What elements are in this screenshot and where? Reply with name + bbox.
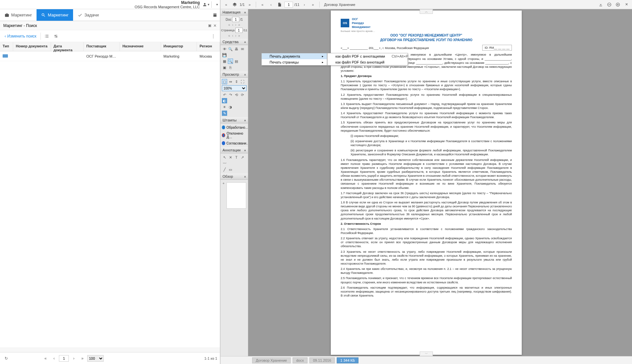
new-window-button[interactable] <box>210 9 220 21</box>
col-supplier[interactable]: Поставщик <box>84 42 120 51</box>
flip-v[interactable]: ⟳ <box>240 92 245 97</box>
nav-page-input[interactable] <box>235 28 243 33</box>
stamp-approved[interactable]: 👤 Согласовани… <box>222 141 247 146</box>
annot-rect[interactable]: ▭ <box>228 167 233 172</box>
nav-p-first[interactable]: « <box>228 34 231 38</box>
annot-pointer[interactable]: ↖ <box>222 155 227 160</box>
perpage-select[interactable]: 100 <box>87 355 104 362</box>
add-thumb-button[interactable]: ＋ <box>222 181 225 186</box>
download-button[interactable] <box>597 1 604 8</box>
annot-section-header[interactable]: Аннотации▲ <box>221 147 248 153</box>
col-purpose[interactable]: Назначение <box>120 42 161 51</box>
zoom-select[interactable]: 100% <box>222 85 247 91</box>
nav-first[interactable]: « <box>228 23 231 27</box>
menu-pdf-with-annot[interactable]: как файл PDF с аннотациями Ctrl+Alt+P <box>328 53 408 59</box>
maximize-button[interactable]: ▣ <box>208 23 211 28</box>
edit-search-button[interactable]: ‹ Изменить поиск <box>2 33 39 40</box>
prev-page-button[interactable]: ‹ <box>50 355 58 362</box>
close-button[interactable]: ✕ <box>213 23 217 28</box>
col-initiator[interactable]: Инициатор <box>161 42 197 51</box>
col-doc-num[interactable]: Номер документа <box>13 42 51 51</box>
sort-button[interactable] <box>51 32 61 41</box>
rotate-right[interactable]: ↷ <box>228 92 233 97</box>
view-single[interactable]: ▢ <box>222 79 227 84</box>
view-fit-w[interactable]: ⇔ <box>228 79 233 84</box>
tab-marketing-search[interactable]: Маркетинг <box>37 9 73 21</box>
next-doc-button[interactable]: » <box>246 1 253 8</box>
tool-show-annot[interactable]: 👁 <box>222 46 227 52</box>
nav-p-prev[interactable]: ‹ <box>231 34 234 38</box>
nav-prev[interactable]: ‹ <box>231 23 234 27</box>
nav-doc-input[interactable] <box>232 17 239 22</box>
annot-pen[interactable]: 〰 <box>222 161 227 166</box>
first-page-btn[interactable]: « <box>259 1 266 8</box>
expand-bottom-button[interactable]: ﹀ <box>420 351 433 356</box>
menu-print-doc[interactable]: Печать документа ▸ <box>262 53 327 59</box>
table-row[interactable]: ОСГ Рекордз Менедж… Marketing Москва <box>0 51 220 61</box>
next-page-button[interactable]: › <box>70 355 77 362</box>
edit-tool[interactable]: ✎ <box>222 111 227 116</box>
contrast[interactable]: ◑ <box>228 104 233 110</box>
tool-zoom[interactable]: 🔍 <box>228 46 233 52</box>
viewer-body: Навигация▲ Doc /1 « ‹ › » Страница /11 <box>221 9 632 356</box>
flip-h[interactable]: ⟲ <box>234 92 239 97</box>
invert[interactable]: ◐ <box>222 98 227 103</box>
first-page-button[interactable]: « <box>42 355 49 362</box>
last-page-button[interactable]: » <box>79 355 86 362</box>
tool-search[interactable]: 🔍 <box>228 59 233 64</box>
nav-next[interactable]: › <box>235 23 237 27</box>
annot-arrow[interactable]: ╱ <box>222 167 227 172</box>
view-fullpage[interactable]: ⛶ <box>240 79 245 84</box>
tool-copy[interactable]: ⎘ <box>228 65 233 70</box>
annot-text[interactable]: T <box>234 155 239 160</box>
last-page-btn[interactable]: » <box>309 1 317 8</box>
nav-p-last[interactable]: » <box>238 34 241 38</box>
user-menu[interactable]: ▾ <box>202 2 209 7</box>
menu-print-page[interactable]: Печать страницы ▸ <box>262 59 327 65</box>
page-input[interactable] <box>59 355 69 362</box>
refresh-button[interactable]: ↻ <box>3 355 10 362</box>
brightness[interactable]: ☀ <box>222 104 227 110</box>
stamp-processed[interactable]: 👤 Обработано… <box>222 125 247 130</box>
tab-tasks[interactable]: Задачи <box>73 9 103 21</box>
stamps-section-header[interactable]: Штампы▲ <box>221 117 248 123</box>
rotate-left[interactable]: ↶ <box>222 92 227 97</box>
nav-p-next[interactable]: › <box>235 34 237 38</box>
expand-top-button[interactable]: ︿ <box>420 9 433 14</box>
annot-delete[interactable]: ✕ <box>228 155 233 160</box>
menu-pdf-without-annot[interactable]: как файл PDF без аннотаций <box>328 59 408 65</box>
next-page-btn[interactable]: › <box>301 1 308 8</box>
prev-doc-button[interactable]: « <box>223 1 230 8</box>
stamp-red-icon: 👤 <box>222 133 225 137</box>
page-icon-btn[interactable] <box>276 1 283 8</box>
tab-marketing-home[interactable]: Маркетинг <box>0 9 37 21</box>
more-button[interactable]: ⋮ <box>209 32 218 41</box>
app-menu[interactable]: ▾ <box>216 3 218 6</box>
tool-menu[interactable]: ▤ <box>234 59 239 64</box>
tool-grid[interactable]: ▦ <box>222 59 227 64</box>
zoom-in-button[interactable] <box>614 1 621 8</box>
view-section-header[interactable]: Просмотр▲ <box>221 71 248 78</box>
tools-section-header[interactable]: Средства▲ <box>221 39 248 45</box>
viewer-page-input[interactable] <box>284 2 293 8</box>
list-view-button[interactable] <box>42 32 51 41</box>
col-type[interactable]: Тип <box>0 42 13 51</box>
prev-page-btn[interactable]: ‹ <box>267 1 275 8</box>
view-fit-h[interactable]: ⇕ <box>234 79 239 84</box>
layers-button[interactable] <box>231 1 238 8</box>
col-region[interactable]: Регион <box>197 42 220 51</box>
zoom-out-button[interactable] <box>606 1 613 8</box>
tool-save[interactable]: 💾 <box>222 52 227 58</box>
tool-overlap[interactable]: ▣ <box>222 65 227 70</box>
tool-mail[interactable]: ✉ <box>240 46 245 52</box>
col-doc-date[interactable]: Дата документа <box>51 42 84 51</box>
nav-last[interactable]: » <box>238 23 241 27</box>
annot-line[interactable]: ↗ <box>240 155 245 160</box>
overview-section-header[interactable]: Обзор▲ <box>221 173 248 180</box>
close-viewer-button[interactable]: ✕ <box>623 1 630 8</box>
page-thumbnail[interactable] <box>226 182 246 209</box>
nav-section-header[interactable]: Навигация▲ <box>221 9 248 15</box>
document-scroll[interactable]: Печать документа ▸ Печать страницы ▸ как… <box>248 9 604 356</box>
stamp-rejected[interactable]: 👤 Отклонено Д… <box>222 131 247 140</box>
tool-print[interactable]: 🖶 <box>234 46 239 52</box>
